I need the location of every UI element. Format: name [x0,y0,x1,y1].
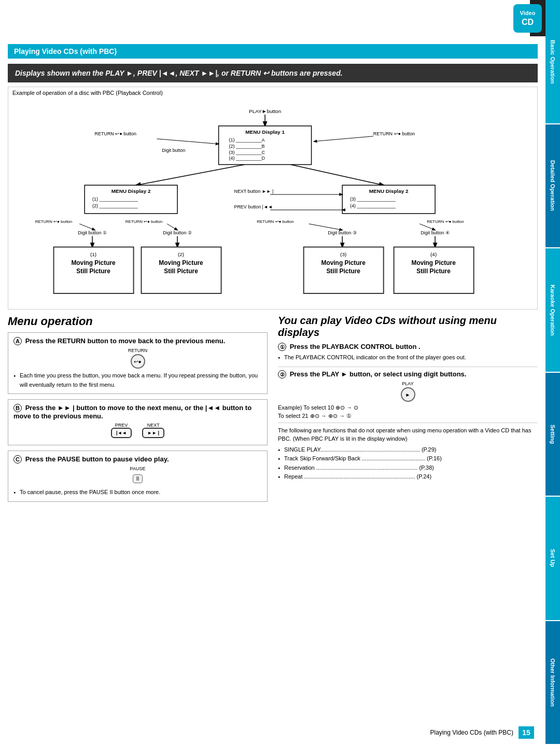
footer-label: Playing Video CDs (with PBC) [430,729,513,736]
play-button-diagram2: PLAY ► [278,381,538,402]
next-btn-icon: ►► | [142,428,164,438]
divider2 [278,423,538,423]
step1-num: ① [278,343,286,351]
tab-basic-operation[interactable]: Basic Operation [545,0,560,123]
svg-line-32 [309,224,343,230]
svg-text:MENU Display 2: MENU Display 2 [111,188,151,194]
svg-text:RETURN ↩● button: RETURN ↩● button [125,219,162,224]
svg-text:Moving Picture: Moving Picture [71,259,116,266]
menu-operation-heading: Menu operation [8,315,268,328]
tab-karaoke-operation[interactable]: Karaoke Operation [545,248,560,372]
step-b-label: B Press the ►► | button to move to the n… [13,404,262,420]
svg-text:Moving Picture: Moving Picture [411,259,456,266]
play-button-label: PLAY►button [249,108,281,114]
svg-text:NEXT button ►► |: NEXT button ►► | [234,189,273,194]
svg-text:(3): (3) [340,251,346,257]
svg-text:(3)  __________C: (3) __________C [229,150,265,155]
you-can-play-heading: You can play Video CDs without using men… [278,315,538,339]
svg-line-30 [79,224,95,230]
example2: To select 21 ⊕⊙ → ⊕⊙ → ① [278,413,538,419]
tab-other-information[interactable]: Other Information [545,621,560,744]
page-number: 15 [519,726,534,739]
step-a-label: A Press the RETURN button to move back t… [13,337,262,345]
right-column: You can play Video CDs without using men… [278,315,538,507]
section-header: Playing Video CDs (with PBC) [8,44,538,59]
step-c-block: C Press the PAUSE button to pause video … [8,451,268,502]
flow-diagram: PLAY►button MENU Display 1 (1) _________… [12,96,533,310]
step2-num: ② [278,370,286,378]
step-c-label: C Press the PAUSE button to pause video … [13,455,262,463]
next-button-diagram: NEXT ►► | [142,423,164,438]
svg-text:RETURN ↩● button: RETURN ↩● button [257,219,293,224]
prev-btn-icon: |◄◄ [111,428,132,438]
return-button-diagram: RETURN ↩● [13,348,262,369]
main-content: Playing Video CDs (with PBC) Displays sh… [0,0,545,745]
svg-text:(2) _______________: (2) _______________ [92,203,138,208]
svg-text:RETURN ↩● button: RETURN ↩● button [373,131,415,136]
circle-c: C [13,455,22,463]
list-item-3: Reservation ............................… [278,463,538,473]
big-heading: Displays shown when the PLAY ►, PREV |◄◄… [8,64,538,82]
svg-text:(2)  __________B: (2) __________B [229,144,265,149]
svg-text:Still Picture: Still Picture [326,268,360,275]
divider1 [278,367,538,367]
circle-a: A [13,337,22,345]
svg-text:(1)  __________A: (1) __________A [229,137,265,143]
list-item-4: Repeat .................................… [278,472,538,482]
return-btn-icon: ↩● [131,354,145,369]
svg-text:Moving Picture: Moving Picture [321,259,366,266]
svg-text:RETURN ↩● button: RETURN ↩● button [427,219,464,224]
pause-btn-icon: II [133,474,143,483]
svg-line-8 [314,136,373,142]
svg-text:Digit button ④: Digit button ④ [421,230,450,235]
svg-text:MENU Display 1: MENU Display 1 [245,129,285,135]
svg-line-10 [157,139,218,144]
circle-b: B [13,404,22,412]
svg-text:MENU Display 2: MENU Display 2 [369,188,409,194]
svg-text:(1): (1) [90,251,96,257]
footer-list: SINGLE PLAY.............................… [278,445,538,482]
step-c-note: To cancel pause, press the PAUSE II butt… [13,488,262,497]
svg-text:Digit button ③: Digit button ③ [328,230,357,235]
svg-text:RETURN ↩● button: RETURN ↩● button [35,219,72,224]
svg-text:(2): (2) [178,251,184,257]
svg-text:PREV button |◄◄: PREV button |◄◄ [234,204,272,209]
svg-text:Moving Picture: Moving Picture [159,259,203,266]
pause-button-diagram: PAUSE II [13,466,262,485]
step-b-block: B Press the ►► | button to move to the n… [8,399,268,445]
play-btn-icon: ► [401,387,415,402]
footer-note: The following are functions that do not … [278,426,538,443]
svg-text:Digit button: Digit button [162,148,185,153]
svg-text:(1) _______________: (1) _______________ [92,196,138,202]
svg-text:(3) _______________: (3) _______________ [350,196,396,202]
svg-text:Digit button ①: Digit button ① [78,230,107,235]
page-footer: Playing Video CDs (with PBC) 15 [430,726,534,739]
svg-line-12 [136,164,245,185]
example1: Example) To select 10 ⊕⊙ → ⊙ [278,404,538,411]
svg-line-13 [291,164,384,185]
svg-text:Still Picture: Still Picture [416,268,451,275]
tab-detailed-operation[interactable]: Detailed Operation [545,124,560,248]
tab-set-up[interactable]: Set Up [545,497,560,620]
svg-text:(4)  __________D: (4) __________D [229,156,265,161]
step1-heading: ① Press the PLAYBACK CONTROL button . [278,343,538,351]
svg-line-31 [167,224,177,230]
example-text: Example of operation of a disc with PBC … [12,90,163,96]
diagram-area: Example of operation of a disc with PBC … [8,87,538,310]
step-a-block: A Press the RETURN button to move back t… [8,332,268,394]
list-item-1: SINGLE PLAY.............................… [278,445,538,455]
left-column: Menu operation A Press the RETURN button… [8,315,268,507]
side-tabs: Basic Operation Detailed Operation Karao… [545,0,560,745]
step-a-note: Each time you press the button, you move… [13,371,262,389]
prev-next-buttons: PREV |◄◄ NEXT ►► | [13,423,262,438]
svg-text:Still Picture: Still Picture [76,268,110,275]
svg-text:RETURN ↩● button: RETURN ↩● button [95,131,136,136]
tab-setting[interactable]: Setting [545,373,560,496]
prev-button-diagram: PREV |◄◄ [111,423,132,438]
svg-text:Digit button ②: Digit button ② [163,230,192,235]
svg-line-33 [419,224,435,230]
bottom-section: Menu operation A Press the RETURN button… [8,315,538,507]
list-item-2: Track Skip Forward/Skip Back ...........… [278,454,538,463]
svg-text:Still Picture: Still Picture [164,268,198,275]
step1-note: The PLAYBACK CONTROL indicator on the fr… [278,353,538,362]
